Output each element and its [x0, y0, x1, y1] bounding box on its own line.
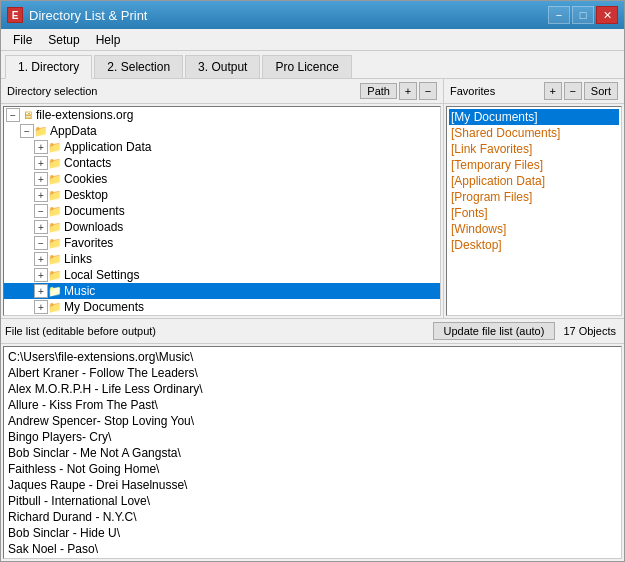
- tab-pro-licence[interactable]: Pro Licence: [262, 55, 351, 78]
- title-bar-left: E Directory List & Print: [7, 7, 147, 23]
- directory-panel-label: Directory selection: [7, 85, 97, 97]
- file-list-area[interactable]: C:\Users\file-extensions.org\Music\Alber…: [3, 346, 622, 559]
- tree-item[interactable]: +📁Desktop: [4, 187, 440, 203]
- favorites-label: Favorites: [450, 85, 495, 97]
- tree-item[interactable]: +📁Contacts: [4, 155, 440, 171]
- add-path-button[interactable]: +: [399, 82, 417, 100]
- folder-icon: 📁: [34, 124, 48, 138]
- file-list-item: Bob Sinclar - Hide U\: [8, 525, 617, 541]
- minimize-button[interactable]: −: [548, 6, 570, 24]
- file-list-item: Andrew Spencer- Stop Loving You\: [8, 413, 617, 429]
- tree-item-label: Documents: [64, 204, 125, 218]
- add-favorite-button[interactable]: +: [544, 82, 562, 100]
- tree-item[interactable]: +📁My Documents: [4, 299, 440, 315]
- tree-item[interactable]: +📁Application Data: [4, 139, 440, 155]
- tree-item[interactable]: +📁NetHood: [4, 315, 440, 316]
- tree-expander-icon[interactable]: +: [34, 220, 48, 234]
- folder-icon: 📁: [48, 220, 62, 234]
- file-list-item: Albert Kraner - Follow The Leaders\: [8, 365, 617, 381]
- folder-icon: 📁: [48, 172, 62, 186]
- tree-item-label: AppData: [50, 124, 97, 138]
- file-list-header: File list (editable before output) Updat…: [1, 319, 624, 344]
- remove-path-button[interactable]: −: [419, 82, 437, 100]
- menu-setup[interactable]: Setup: [40, 31, 87, 49]
- tree-expander-icon[interactable]: +: [34, 156, 48, 170]
- app-icon: E: [7, 7, 23, 23]
- file-list-section: File list (editable before output) Updat…: [1, 319, 624, 561]
- close-button[interactable]: ✕: [596, 6, 618, 24]
- favorite-item[interactable]: [Shared Documents]: [449, 125, 619, 141]
- tree-item[interactable]: +📁Cookies: [4, 171, 440, 187]
- folder-icon: 📁: [48, 236, 62, 250]
- tree-expander-icon[interactable]: +: [34, 300, 48, 314]
- tab-output[interactable]: 3. Output: [185, 55, 260, 78]
- file-list-item: Swedish House Mafia - Dont You Worry Chi…: [8, 557, 617, 559]
- menu-bar: File Setup Help: [1, 29, 624, 51]
- tree-item[interactable]: −📁Favorites: [4, 235, 440, 251]
- favorites-panel: Favorites + − Sort [My Documents][Shared…: [444, 79, 624, 318]
- tree-item[interactable]: +📁Links: [4, 251, 440, 267]
- tab-directory[interactable]: 1. Directory: [5, 55, 92, 79]
- objects-count: 17 Objects: [559, 325, 620, 337]
- tree-item[interactable]: −📁AppData: [4, 123, 440, 139]
- maximize-button[interactable]: □: [572, 6, 594, 24]
- tree-expander-icon[interactable]: +: [34, 284, 48, 298]
- tree-item[interactable]: −🖥file-extensions.org: [4, 107, 440, 123]
- file-list-item: Bingo Players- Cry\: [8, 429, 617, 445]
- tree-expander-icon[interactable]: −: [34, 236, 48, 250]
- favorite-item[interactable]: [Windows]: [449, 221, 619, 237]
- menu-help[interactable]: Help: [88, 31, 129, 49]
- remove-favorite-button[interactable]: −: [564, 82, 582, 100]
- favorite-item[interactable]: [Fonts]: [449, 205, 619, 221]
- file-list-item: Sak Noel - Paso\: [8, 541, 617, 557]
- top-section: Directory selection Path + − −🖥file-exte…: [1, 79, 624, 319]
- directory-panel-header: Directory selection Path + −: [1, 79, 443, 104]
- directory-tree[interactable]: −🖥file-extensions.org−📁AppData+📁Applicat…: [3, 106, 441, 316]
- file-list-item: Faithless - Not Going Home\: [8, 461, 617, 477]
- tree-expander-icon[interactable]: +: [34, 172, 48, 186]
- tree-item-label: Cookies: [64, 172, 107, 186]
- tree-expander-icon[interactable]: −: [34, 204, 48, 218]
- tree-item-label: Music: [64, 284, 95, 298]
- tree-expander-icon[interactable]: +: [34, 252, 48, 266]
- tree-item-label: Desktop: [64, 188, 108, 202]
- favorite-item[interactable]: [Link Favorites]: [449, 141, 619, 157]
- tree-item[interactable]: +📁Local Settings: [4, 267, 440, 283]
- folder-icon: 📁: [48, 188, 62, 202]
- file-list-item: Jaques Raupe - Drei Haselnusse\: [8, 477, 617, 493]
- tree-expander-icon[interactable]: −: [20, 124, 34, 138]
- favorite-item[interactable]: [My Documents]: [449, 109, 619, 125]
- favorite-item[interactable]: [Application Data]: [449, 173, 619, 189]
- favorite-item[interactable]: [Temporary Files]: [449, 157, 619, 173]
- tree-expander-icon[interactable]: +: [34, 188, 48, 202]
- tree-item[interactable]: +📁Music: [4, 283, 440, 299]
- favorites-header: Favorites + − Sort: [444, 79, 624, 104]
- favorite-item[interactable]: [Program Files]: [449, 189, 619, 205]
- menu-file[interactable]: File: [5, 31, 40, 49]
- window-title: Directory List & Print: [29, 8, 147, 23]
- tree-item[interactable]: −📁Documents: [4, 203, 440, 219]
- update-file-list-button[interactable]: Update file list (auto): [433, 322, 556, 340]
- favorite-item[interactable]: [Desktop]: [449, 237, 619, 253]
- favorites-list[interactable]: [My Documents][Shared Documents][Link Fa…: [446, 106, 622, 316]
- tree-item-label: Contacts: [64, 156, 111, 170]
- tree-expander-icon[interactable]: +: [34, 140, 48, 154]
- path-button[interactable]: Path: [360, 83, 397, 99]
- tree-item-label: Local Settings: [64, 268, 139, 282]
- file-list-item: Allure - Kiss From The Past\: [8, 397, 617, 413]
- tree-item-label: Downloads: [64, 220, 123, 234]
- tree-expander-icon[interactable]: +: [34, 268, 48, 282]
- tree-item-label: Favorites: [64, 236, 113, 250]
- tree-item-label: file-extensions.org: [36, 108, 133, 122]
- tree-item[interactable]: +📁Downloads: [4, 219, 440, 235]
- file-list-item: Pitbull - International Love\: [8, 493, 617, 509]
- folder-icon: 📁: [48, 140, 62, 154]
- sort-favorites-button[interactable]: Sort: [584, 82, 618, 100]
- folder-icon: 📁: [48, 268, 62, 282]
- folder-icon: 📁: [48, 204, 62, 218]
- tab-selection[interactable]: 2. Selection: [94, 55, 183, 78]
- folder-icon: 📁: [48, 252, 62, 266]
- file-list-label: File list (editable before output): [5, 325, 429, 337]
- tree-expander-icon[interactable]: −: [6, 108, 20, 122]
- directory-panel-controls: Path + −: [360, 82, 437, 100]
